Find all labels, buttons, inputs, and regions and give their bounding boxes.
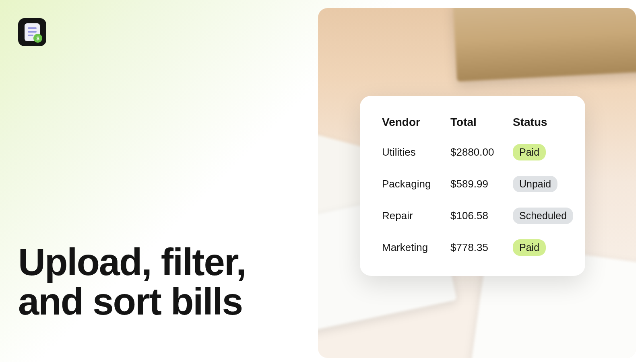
vendor-cell: Packaging: [382, 178, 450, 190]
dollar-badge-icon: $: [33, 34, 42, 43]
vendor-cell: Repair: [382, 210, 450, 222]
table-row: Packaging $589.99 Unpaid: [382, 176, 563, 192]
status-badge: Paid: [513, 144, 546, 160]
total-cell: $106.58: [450, 210, 513, 222]
status-badge: Scheduled: [513, 208, 573, 224]
bills-table-card: Vendor Total Status Utilities $2880.00 P…: [360, 96, 585, 276]
table-header-row: Vendor Total Status: [382, 116, 563, 129]
total-cell: $2880.00: [450, 146, 513, 158]
hero-image-panel: Vendor Total Status Utilities $2880.00 P…: [318, 8, 636, 358]
total-cell: $778.35: [450, 241, 513, 254]
table-row: Marketing $778.35 Paid: [382, 239, 563, 256]
status-badge: Unpaid: [513, 176, 557, 192]
header-status: Status: [513, 116, 563, 129]
vendor-cell: Marketing: [382, 241, 450, 254]
page-title: Upload, filter, and sort bills: [18, 243, 246, 322]
heading-line-2: and sort bills: [18, 282, 246, 322]
app-logo: $: [18, 18, 46, 46]
vendor-cell: Utilities: [382, 146, 450, 158]
status-badge: Paid: [513, 239, 546, 256]
heading-line-1: Upload, filter,: [18, 243, 246, 282]
header-total: Total: [450, 116, 513, 129]
table-row: Utilities $2880.00 Paid: [382, 144, 563, 160]
total-cell: $589.99: [450, 178, 513, 190]
header-vendor: Vendor: [382, 116, 450, 129]
table-row: Repair $106.58 Scheduled: [382, 208, 563, 224]
